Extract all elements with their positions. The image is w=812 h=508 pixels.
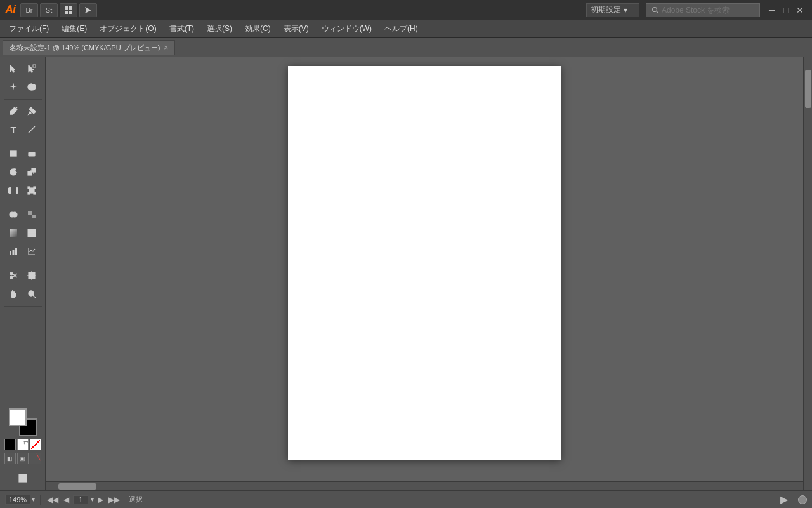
svg-rect-29 bbox=[10, 229, 17, 237]
page-dropdown-arrow[interactable]: ▾ bbox=[91, 496, 94, 503]
status-separator bbox=[40, 495, 41, 505]
menu-view[interactable]: 表示(V) bbox=[277, 21, 315, 37]
page-number-input[interactable]: 1 bbox=[73, 495, 88, 504]
hand-tool[interactable] bbox=[4, 285, 22, 303]
tab-bar: 名称未設定-1 @ 149% (CMYK/GPU プレビュー) × bbox=[0, 38, 812, 57]
gradient-tool[interactable] bbox=[4, 224, 22, 242]
play-button[interactable]: ▶ bbox=[780, 493, 788, 505]
change-screen-mode-button[interactable] bbox=[14, 469, 32, 487]
bar-graph-tool[interactable] bbox=[4, 243, 22, 260]
zoom-control: 149% ▾ bbox=[5, 495, 35, 505]
canvas-content bbox=[46, 57, 803, 481]
rotate-tool[interactable] bbox=[4, 163, 22, 181]
svg-line-12 bbox=[29, 126, 35, 133]
toolbar: T bbox=[0, 57, 46, 490]
menu-effect[interactable]: 効果(C) bbox=[239, 21, 277, 37]
svg-rect-35 bbox=[15, 248, 17, 255]
layout-icon[interactable] bbox=[60, 3, 77, 17]
none-color-button[interactable] bbox=[30, 439, 41, 450]
selection-tool[interactable] bbox=[4, 60, 22, 77]
none-mode-button[interactable]: ╲ bbox=[30, 453, 41, 464]
next-page-button[interactable]: ▶ bbox=[96, 495, 105, 504]
last-page-button[interactable]: ▶▶ bbox=[107, 495, 121, 504]
svg-rect-1 bbox=[69, 6, 72, 10]
svg-marker-4 bbox=[85, 7, 91, 13]
tab-close-button[interactable]: × bbox=[164, 43, 168, 52]
svg-rect-34 bbox=[13, 250, 15, 255]
svg-rect-22 bbox=[34, 187, 36, 189]
color-mode-button[interactable]: ◧ bbox=[4, 453, 16, 464]
bridge-icon[interactable]: Br bbox=[20, 3, 38, 17]
scroll-indicator[interactable] bbox=[798, 495, 807, 504]
menu-select[interactable]: 選択(S) bbox=[200, 21, 239, 37]
menu-object[interactable]: オブジェクト(O) bbox=[93, 21, 162, 37]
svg-rect-28 bbox=[32, 215, 36, 218]
menu-type[interactable]: 書式(T) bbox=[163, 21, 200, 37]
status-bar: 149% ▾ ◀◀ ◀ 1 ▾ ▶ ▶▶ 選択 ▶ bbox=[0, 490, 812, 508]
svg-rect-17 bbox=[32, 168, 36, 172]
title-bar: Ai Br St 初期設定 ▾ ─ □ ✕ bbox=[0, 0, 812, 20]
pathfinder-tool[interactable] bbox=[23, 206, 41, 224]
mesh-tool[interactable] bbox=[23, 224, 41, 242]
scale-tool[interactable] bbox=[23, 163, 41, 181]
free-transform-tool[interactable] bbox=[23, 182, 41, 199]
svg-rect-24 bbox=[34, 192, 36, 194]
color-section: ⇄ ◧ ▣ ╲ bbox=[0, 406, 45, 467]
horizontal-scrollbar[interactable] bbox=[46, 481, 803, 490]
svg-rect-42 bbox=[29, 272, 35, 279]
svg-rect-0 bbox=[65, 6, 68, 10]
vertical-scrollbar[interactable] bbox=[803, 57, 812, 490]
foreground-color-swatch[interactable] bbox=[9, 408, 27, 426]
horizontal-scroll-thumb[interactable] bbox=[58, 483, 96, 490]
vertical-scroll-thumb[interactable] bbox=[805, 70, 811, 108]
eraser-tool[interactable] bbox=[23, 145, 41, 163]
svg-rect-2 bbox=[65, 11, 68, 14]
type-tool[interactable]: T bbox=[4, 121, 22, 138]
arrow-send-icon[interactable] bbox=[79, 3, 97, 17]
canvas-area bbox=[46, 57, 812, 490]
svg-line-48 bbox=[33, 295, 36, 298]
prev-page-button[interactable]: ◀ bbox=[62, 495, 70, 504]
workspace-selector[interactable]: 初期設定 ▾ bbox=[586, 3, 639, 17]
svg-point-38 bbox=[10, 272, 13, 275]
document-tab[interactable]: 名称未設定-1 @ 149% (CMYK/GPU プレビュー) × bbox=[3, 40, 175, 55]
app-logo: Ai bbox=[5, 3, 15, 17]
window-close-button[interactable]: ✕ bbox=[793, 3, 807, 17]
line-tool[interactable] bbox=[23, 121, 41, 138]
zoom-dropdown-arrow[interactable]: ▾ bbox=[32, 496, 35, 503]
first-page-button[interactable]: ◀◀ bbox=[46, 495, 60, 504]
menu-bar: ファイル(F) 編集(E) オブジェクト(O) 書式(T) 選択(S) 効果(C… bbox=[0, 20, 812, 38]
lasso-tool[interactable] bbox=[23, 78, 41, 96]
window-restore-button[interactable]: □ bbox=[779, 3, 793, 17]
svg-point-26 bbox=[12, 212, 17, 217]
pen-tool[interactable] bbox=[4, 102, 22, 120]
swap-colors-button[interactable]: ⇄ bbox=[17, 439, 29, 450]
scissor-tool[interactable] bbox=[4, 267, 22, 284]
reflect-tool[interactable] bbox=[4, 182, 22, 199]
svg-rect-7 bbox=[33, 65, 36, 67]
svg-rect-3 bbox=[69, 11, 72, 14]
menu-edit[interactable]: 編集(E) bbox=[55, 21, 93, 37]
window-minimize-button[interactable]: ─ bbox=[765, 3, 779, 17]
menu-window[interactable]: ウィンドウ(W) bbox=[315, 21, 378, 37]
pencil-tool[interactable] bbox=[23, 102, 41, 120]
column-graph-tool[interactable] bbox=[23, 243, 41, 260]
search-input[interactable] bbox=[662, 6, 750, 15]
search-box bbox=[646, 3, 760, 17]
stock-icon[interactable]: St bbox=[40, 3, 58, 17]
rectangle-tool[interactable] bbox=[4, 145, 22, 163]
svg-rect-13 bbox=[10, 151, 16, 156]
shape-builder-tool[interactable] bbox=[4, 206, 22, 224]
artboard-tool[interactable] bbox=[23, 267, 41, 284]
magic-wand-tool[interactable] bbox=[4, 78, 22, 96]
zoom-value[interactable]: 149% bbox=[5, 495, 30, 505]
tab-title: 名称未設定-1 @ 149% (CMYK/GPU プレビュー) bbox=[10, 43, 160, 53]
svg-marker-8 bbox=[10, 83, 17, 90]
menu-file[interactable]: ファイル(F) bbox=[3, 21, 55, 37]
gradient-mode-button[interactable]: ▣ bbox=[17, 453, 29, 464]
menu-help[interactable]: ヘルプ(H) bbox=[378, 21, 424, 37]
direct-selection-tool[interactable] bbox=[23, 60, 41, 77]
zoom-tool[interactable] bbox=[23, 285, 41, 303]
svg-point-39 bbox=[10, 276, 13, 279]
default-colors-button[interactable] bbox=[4, 439, 16, 450]
